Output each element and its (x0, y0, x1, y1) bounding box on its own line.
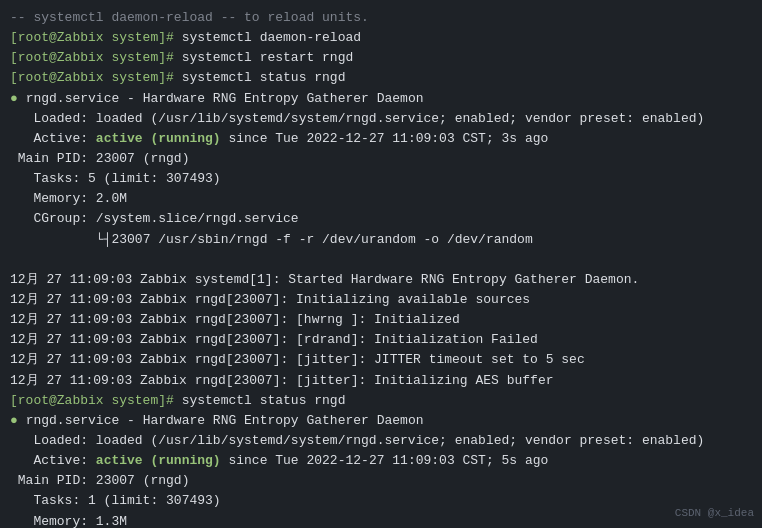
terminal-line: Memory: 2.0M (10, 189, 752, 209)
terminal-line: Active: active (running) since Tue 2022-… (10, 451, 752, 471)
terminal-line: Main PID: 23007 (rngd) (10, 471, 752, 491)
terminal-line: ● rngd.service - Hardware RNG Entropy Ga… (10, 411, 752, 431)
terminal-line: Tasks: 5 (limit: 307493) (10, 169, 752, 189)
terminal-line: Loaded: loaded (/usr/lib/systemd/system/… (10, 109, 752, 129)
terminal-line: -- systemctl daemon-reload -- to reload … (10, 8, 752, 28)
terminal-line: [root@Zabbix system]# systemctl daemon-r… (10, 28, 752, 48)
terminal-line: Tasks: 1 (limit: 307493) (10, 491, 752, 511)
terminal-line: ● rngd.service - Hardware RNG Entropy Ga… (10, 89, 752, 109)
terminal-line: 12月 27 11:09:03 Zabbix rngd[23007]: [jit… (10, 371, 752, 391)
terminal-line (10, 250, 752, 270)
terminal-line: 12月 27 11:09:03 Zabbix systemd[1]: Start… (10, 270, 752, 290)
terminal-line: Memory: 1.3M (10, 512, 752, 528)
terminal-line: 12月 27 11:09:03 Zabbix rngd[23007]: [hwr… (10, 310, 752, 330)
terminal-line: Loaded: loaded (/usr/lib/systemd/system/… (10, 431, 752, 451)
terminal-line: 12月 27 11:09:03 Zabbix rngd[23007]: [rdr… (10, 330, 752, 350)
terminal-line: [root@Zabbix system]# systemctl status r… (10, 68, 752, 88)
terminal-line: [root@Zabbix system]# systemctl status r… (10, 391, 752, 411)
terminal-line: CGroup: /system.slice/rngd.service (10, 209, 752, 229)
terminal-line: Main PID: 23007 (rngd) (10, 149, 752, 169)
terminal-line: 12月 27 11:09:03 Zabbix rngd[23007]: [jit… (10, 350, 752, 370)
watermark: CSDN @x_idea (675, 505, 754, 522)
terminal-line: Active: active (running) since Tue 2022-… (10, 129, 752, 149)
terminal-line: └┤23007 /usr/sbin/rngd -f -r /dev/urando… (10, 230, 752, 250)
terminal-line: [root@Zabbix system]# systemctl restart … (10, 48, 752, 68)
terminal: -- systemctl daemon-reload -- to reload … (10, 8, 752, 528)
terminal-line: 12月 27 11:09:03 Zabbix rngd[23007]: Init… (10, 290, 752, 310)
